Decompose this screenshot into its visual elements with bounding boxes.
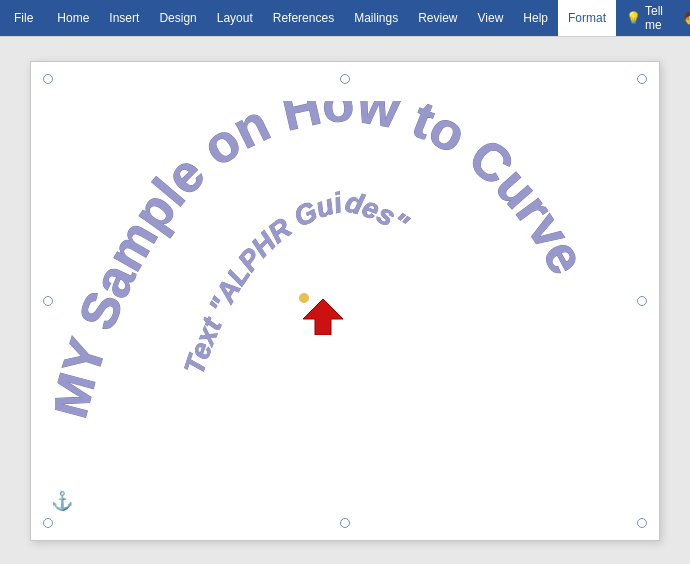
handle-top-left[interactable] [43,74,53,84]
tell-me-button[interactable]: 💡 Tell me [616,4,673,32]
tab-mailings-label: Mailings [354,11,398,25]
handle-bottom-right[interactable] [637,518,647,528]
svg-text:MY Sample on How to Curve: MY Sample on How to Curve [55,101,597,424]
tab-file-label: File [14,11,33,25]
tab-references-label: References [273,11,334,25]
tab-layout[interactable]: Layout [207,0,263,36]
lightbulb-icon: 💡 [626,11,641,25]
document-page[interactable]: MY Sample on How to Curve Text "ALPHR Gu… [30,61,660,541]
tab-home-label: Home [57,11,89,25]
tab-design[interactable]: Design [149,0,206,36]
text-box[interactable]: MY Sample on How to Curve Text "ALPHR Gu… [55,101,635,501]
tab-review-label: Review [418,11,457,25]
tab-home[interactable]: Home [47,0,99,36]
tab-references[interactable]: References [263,0,344,36]
handle-bottom-left[interactable] [43,518,53,528]
tab-insert-label: Insert [109,11,139,25]
svg-text:Text "ALPHR Guides": Text "ALPHR Guides" [178,186,414,378]
ribbon-right-actions: 💡 Tell me 🧑 Share [616,0,690,36]
red-arrow-icon [303,299,343,335]
svg-marker-2 [303,299,343,335]
tab-format-label: Format [568,11,606,25]
anchor-icon: ⚓ [51,490,73,512]
ribbon: File Home Insert Design Layout Reference… [0,0,690,37]
tab-view[interactable]: View [468,0,514,36]
tell-me-label: Tell me [645,4,663,32]
handle-top-middle[interactable] [340,74,350,84]
tab-format[interactable]: Format [558,0,616,36]
handle-bottom-middle[interactable] [340,518,350,528]
tab-layout-label: Layout [217,11,253,25]
share-button[interactable]: 🧑 Share [673,11,690,25]
document-area: MY Sample on How to Curve Text "ALPHR Gu… [0,37,690,564]
tab-file[interactable]: File [0,0,47,36]
tab-insert[interactable]: Insert [99,0,149,36]
curved-text-svg: MY Sample on How to Curve Text "ALPHR Gu… [55,101,635,481]
tab-view-label: View [478,11,504,25]
handle-top-right[interactable] [637,74,647,84]
handle-middle-left[interactable] [43,296,53,306]
handle-middle-right[interactable] [637,296,647,306]
ribbon-tab-bar: File Home Insert Design Layout Reference… [0,0,690,36]
tab-design-label: Design [159,11,196,25]
tab-help-label: Help [523,11,548,25]
anchor-symbol: ⚓ [51,491,73,511]
person-icon: 🧑 [683,11,690,25]
tab-help[interactable]: Help [513,0,558,36]
tab-mailings[interactable]: Mailings [344,0,408,36]
tab-review[interactable]: Review [408,0,467,36]
